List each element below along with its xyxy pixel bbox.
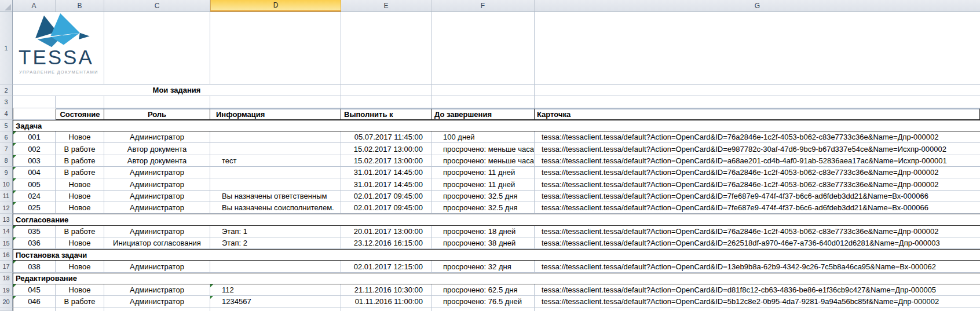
cell-info[interactable] [210, 131, 341, 143]
cell[interactable] [432, 85, 535, 96]
cell[interactable] [104, 12, 210, 85]
cell[interactable] [535, 85, 980, 96]
cell-state[interactable]: Новое [56, 261, 104, 272]
cell-due-date[interactable]: 31.01.2017 14:45:00 [341, 167, 432, 178]
cell-info[interactable]: Вы назначены ответственным [210, 191, 341, 202]
cell[interactable] [13, 108, 56, 120]
cell-card-link[interactable]: tessa://tessaclient.tessa/default?Action… [535, 296, 980, 308]
cell-card-link[interactable]: tessa://tessaclient.tessa/default?Action… [535, 155, 980, 167]
column-header-d-selected[interactable]: D [210, 0, 341, 12]
cell-due-date[interactable]: 01.11.2016 11:00:00 [341, 296, 432, 308]
cell-due-date[interactable]: 21.11.2016 10:30:00 [341, 284, 432, 296]
cell[interactable] [13, 308, 56, 311]
row-header[interactable] [0, 308, 13, 311]
cell-due-date[interactable]: 02.01.2017 09:45:00 [341, 202, 432, 214]
cell-task-number[interactable]: 035 [13, 226, 56, 237]
cell-time-left[interactable]: просрочено: 32.5 дня [432, 191, 535, 202]
cell-info[interactable] [210, 167, 341, 178]
cell[interactable] [104, 308, 210, 311]
cell-role[interactable]: Администратор [104, 284, 210, 296]
cell-time-left[interactable]: просрочено: 18 дней [432, 226, 535, 237]
cell-state[interactable]: Новое [56, 191, 104, 202]
cell-card-link[interactable]: tessa://tessaclient.tessa/default?Action… [535, 261, 980, 272]
row-header[interactable]: 19 [0, 284, 13, 296]
cell-role[interactable]: Инициатор согласования [104, 237, 210, 249]
cell-role[interactable]: Администратор [104, 167, 210, 178]
cell-task-number[interactable]: 005 [13, 178, 56, 190]
cell[interactable] [210, 96, 341, 108]
cell-task-number[interactable]: 038 [13, 261, 56, 272]
cell-role[interactable]: Администратор [104, 296, 210, 308]
cell-role[interactable]: Администратор [104, 178, 210, 190]
row-header[interactable]: 13 [0, 214, 13, 225]
column-header-a[interactable]: A [13, 0, 56, 12]
header-card[interactable]: Карточка [535, 108, 980, 120]
cell-state[interactable]: Новое [56, 237, 104, 249]
row-header[interactable]: 15 [0, 237, 13, 249]
cell[interactable] [13, 96, 56, 108]
row-header[interactable]: 8 [0, 155, 13, 167]
cell-time-left[interactable]: просрочено: 11 дней [432, 178, 535, 190]
cell-due-date[interactable]: 31.01.2017 14:45:00 [341, 178, 432, 190]
cell-time-left[interactable]: просрочено: 38 дней [432, 237, 535, 249]
select-all-corner[interactable] [0, 0, 13, 12]
section-label[interactable]: Согласование [13, 214, 980, 225]
cell-info[interactable]: Этап: 1 [210, 226, 341, 237]
cell-task-number[interactable]: 036 [13, 237, 56, 249]
cell-card-link[interactable]: tessa://tessaclient.tessa/default?Action… [535, 226, 980, 237]
cell[interactable] [56, 96, 104, 108]
cell-task-number[interactable]: 025 [13, 202, 56, 214]
section-label[interactable]: Задача [13, 120, 980, 131]
cell-card-link[interactable]: tessa://tessaclient.tessa/default?Action… [535, 131, 980, 143]
cell-due-date[interactable]: 20.01.2017 13:00:00 [341, 226, 432, 237]
cell-role[interactable]: Автор документа [104, 143, 210, 155]
cell-time-left[interactable]: просрочено: меньше часа [432, 155, 535, 167]
cell-logo[interactable]: TESSA УПРАВЛЕНИЕ ДОКУМЕНТАМИ [13, 12, 104, 85]
row-header[interactable]: 3 [0, 96, 13, 108]
cell[interactable] [432, 308, 535, 311]
cell-info[interactable]: 1234567 [210, 296, 341, 308]
section-label[interactable]: Постановка задачи [13, 249, 980, 261]
header-state[interactable]: Состояние [56, 108, 104, 120]
column-header-e[interactable]: E [341, 0, 432, 12]
cell-info[interactable]: Вы назначены соисполнителем. [210, 202, 341, 214]
cell-due-date[interactable]: 02.01.2017 09:45:00 [341, 191, 432, 202]
row-header[interactable]: 18 [0, 273, 13, 284]
cell-time-left[interactable]: просрочено: 76.5 дней [432, 296, 535, 308]
header-info[interactable]: Информация [210, 108, 341, 120]
cell-due-date[interactable]: 02.01.2017 12:15:00 [341, 261, 432, 272]
cell-role[interactable]: Автор документа [104, 155, 210, 167]
cell[interactable] [56, 308, 104, 311]
cell-card-link[interactable]: tessa://tessaclient.tessa/default?Action… [535, 284, 980, 296]
cell-state[interactable]: В работе [56, 296, 104, 308]
row-header[interactable]: 16 [0, 249, 13, 261]
cell[interactable] [341, 96, 432, 108]
column-header-f[interactable]: F [432, 0, 535, 12]
cell-state[interactable]: Новое [56, 202, 104, 214]
cell-card-link[interactable]: tessa://tessaclient.tessa/default?Action… [535, 143, 980, 155]
cell-due-date[interactable]: 05.07.2017 11:45:00 [341, 131, 432, 143]
column-header-c[interactable]: C [104, 0, 210, 12]
cell-info[interactable] [210, 261, 341, 272]
row-header[interactable]: 6 [0, 131, 13, 143]
cell[interactable] [210, 308, 341, 311]
cell-time-left[interactable]: 100 дней [432, 131, 535, 143]
cell[interactable] [535, 96, 980, 108]
cell-time-left[interactable]: просрочено: 62.5 дня [432, 284, 535, 296]
cell-state[interactable]: Новое [56, 284, 104, 296]
row-header[interactable]: 14 [0, 226, 13, 237]
cell-card-link[interactable]: tessa://tessaclient.tessa/default?Action… [535, 178, 980, 190]
cell-info[interactable]: 112 [210, 284, 341, 296]
cell-time-left[interactable]: просрочено: 32 дня [432, 261, 535, 272]
cell-state[interactable]: В работе [56, 155, 104, 167]
cell[interactable] [432, 12, 535, 85]
cell-task-number[interactable]: 045 [13, 284, 56, 296]
column-header-g[interactable]: G [535, 0, 980, 12]
cell-state[interactable]: Новое [56, 131, 104, 143]
cell[interactable] [432, 96, 535, 108]
cell-due-date[interactable]: 23.12.2016 16:15:00 [341, 237, 432, 249]
row-header[interactable]: 20 [0, 296, 13, 308]
cell-info[interactable] [210, 143, 341, 155]
cell-task-number[interactable]: 046 [13, 296, 56, 308]
header-remaining[interactable]: До завершения [432, 108, 535, 120]
